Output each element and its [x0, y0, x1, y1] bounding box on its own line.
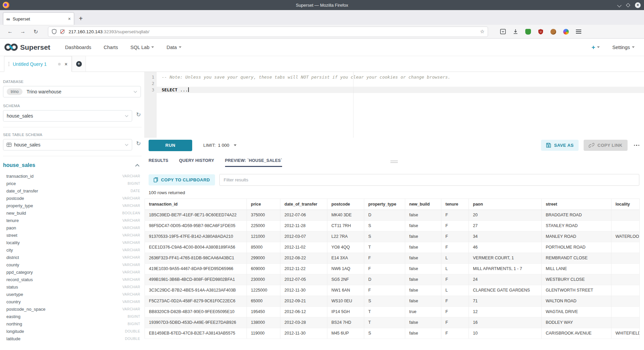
column-name: paon	[6, 225, 16, 230]
close-icon[interactable]: ×	[635, 2, 641, 8]
unsaved-indicator-icon	[58, 63, 61, 65]
schema-column-row[interactable]: tenureVARCHAR	[6, 217, 141, 224]
table-cell: false	[405, 210, 441, 220]
tab-close-icon[interactable]: ×	[68, 16, 71, 21]
copy-to-clipboard-button[interactable]: COPY TO CLIPBOARD	[149, 174, 215, 185]
results-table: transaction_idpricedate_of_transferpostc…	[145, 199, 640, 339]
table-cell: 419E1030-9A55-4467-8DA9-9FED95D65966	[145, 264, 247, 274]
schema-column-row[interactable]: date_of_transferDATE	[6, 187, 141, 194]
column-header[interactable]: tenure	[441, 199, 469, 210]
column-header[interactable]: transaction_id	[145, 199, 247, 210]
schema-column-row[interactable]: usertypeVARCHAR	[6, 291, 141, 298]
save-as-button[interactable]: SAVE AS	[541, 140, 579, 151]
drag-handle-icon[interactable]	[8, 62, 9, 66]
schema-column-row[interactable]: countryVARCHAR	[6, 298, 141, 305]
add-query-tab-button[interactable]: +	[72, 56, 86, 72]
nav-item-sql-lab[interactable]: SQL Lab	[130, 45, 154, 50]
schema-select[interactable]: house_sales	[3, 110, 132, 122]
column-name: postcode	[6, 196, 24, 201]
table-title[interactable]: house_sales	[3, 162, 35, 168]
new-tab-button[interactable]: +	[79, 12, 83, 25]
schema-column-row[interactable]: new_buildBOOLEAN	[6, 209, 141, 217]
downloads-icon[interactable]	[513, 29, 518, 34]
table-cell: CARISBROOK AVENUE	[542, 328, 611, 339]
settings-menu[interactable]: Settings	[612, 45, 635, 50]
schema-column-row[interactable]: localityVARCHAR	[6, 239, 141, 246]
column-header[interactable]: street	[542, 199, 611, 210]
column-header[interactable]: postcode	[327, 199, 364, 210]
filter-results-input[interactable]	[219, 174, 639, 186]
column-header[interactable]: locality	[611, 199, 640, 210]
browser-tab[interactable]: ∞ Superset ×	[3, 12, 74, 25]
nav-item-charts[interactable]: Charts	[104, 45, 118, 50]
window-titlebar[interactable]: Superset — Mozilla Firefox ×	[0, 0, 644, 10]
collapse-table-icon[interactable]	[135, 164, 140, 168]
tab-results[interactable]: RESULTS	[149, 158, 168, 167]
schema-column-row[interactable]: countyVARCHAR	[6, 261, 141, 268]
schema-column-row[interactable]: latitudeDOUBLE	[6, 335, 141, 342]
schema-column-row[interactable]: longitudeDOUBLE	[6, 327, 141, 335]
menu-icon[interactable]	[576, 30, 581, 34]
database-type-badge: trino	[7, 88, 22, 95]
refresh-schema-icon[interactable]: ↻	[136, 111, 141, 118]
minimize-icon[interactable]	[618, 3, 621, 7]
schema-column-row[interactable]: paonVARCHAR	[6, 224, 141, 231]
column-header[interactable]: date_of_transfer	[280, 199, 327, 210]
schema-column-row[interactable]: eastingBIGINT	[6, 313, 141, 320]
column-header[interactable]: paon	[469, 199, 542, 210]
forward-icon[interactable]: →	[20, 29, 25, 35]
save-to-pocket-icon[interactable]	[500, 29, 506, 34]
privacy-badger-icon[interactable]	[525, 29, 531, 35]
limit-dropdown[interactable]: LIMIT: 1 000	[203, 143, 236, 148]
tab-query-history[interactable]: QUERY HISTORY	[179, 158, 214, 167]
address-bar[interactable]: 217.160.120.143:32393/superset/sqllab/ ☆	[48, 27, 488, 37]
query-tab[interactable]: Untitled Query 1 ×	[4, 56, 72, 72]
browser-tab-title: Superset	[13, 16, 68, 21]
table-cell: D	[364, 274, 405, 285]
schema-column-row[interactable]: postcode_no_spaceVARCHAR	[6, 305, 141, 313]
resize-grip-icon[interactable]	[390, 160, 398, 163]
column-header[interactable]: property_type	[364, 199, 405, 210]
nav-item-data[interactable]: Data	[166, 45, 181, 50]
table-cell: BRADGATE ROAD	[542, 210, 611, 220]
ublock-origin-icon[interactable]: U	[538, 29, 543, 35]
schema-column-row[interactable]: streetVARCHAR	[6, 231, 141, 239]
schema-column-row[interactable]: statusVARCHAR	[6, 283, 141, 291]
database-select[interactable]: trino Trino warehouse	[3, 86, 141, 97]
schema-column-row[interactable]: property_typeVARCHAR	[6, 202, 141, 209]
nav-item-dashboards[interactable]: Dashboards	[65, 45, 91, 50]
back-icon[interactable]: ←	[7, 29, 13, 35]
column-header[interactable]: price	[247, 199, 280, 210]
cookie-extension-icon[interactable]	[550, 29, 556, 35]
table-cell: IP14 5GH	[327, 307, 364, 317]
more-options-icon[interactable]	[634, 145, 640, 146]
colorful-extension-icon[interactable]	[563, 29, 569, 35]
tab-preview-house-sales[interactable]: PREVIEW: `HOUSE_SALES`	[225, 158, 282, 167]
table-cell: 2012-08-22	[280, 253, 327, 263]
schema-column-row[interactable]: ppd_categoryVARCHAR	[6, 268, 141, 276]
bookmark-star-icon[interactable]: ☆	[480, 29, 484, 35]
table-cell: MANLEY ROAD	[542, 231, 611, 242]
schema-column-row[interactable]: transaction_idVARCHAR	[6, 172, 141, 180]
table-cell: false	[405, 317, 441, 328]
copy-link-button[interactable]: COPY LINK	[584, 140, 627, 151]
run-button[interactable]: RUN	[149, 140, 192, 151]
superset-brand[interactable]: Superset	[4, 43, 50, 52]
reload-icon[interactable]: ↻	[34, 29, 38, 35]
table-cell	[611, 221, 640, 231]
schema-column-row[interactable]: priceBIGINT	[6, 180, 141, 187]
refresh-table-icon[interactable]: ↻	[136, 140, 141, 147]
schema-column-row[interactable]: northingBIGINT	[6, 320, 141, 327]
schema-column-row[interactable]: districtVARCHAR	[6, 254, 141, 261]
table-schema-select[interactable]: house_sales	[3, 139, 132, 150]
column-name: tenure	[6, 218, 19, 223]
schema-column-row[interactable]: cityVARCHAR	[6, 246, 141, 254]
results-pane: RESULTS QUERY HISTORY PREVIEW: `HOUSE_SA…	[144, 158, 644, 350]
query-tab-close-icon[interactable]: ×	[65, 61, 67, 67]
new-item-button[interactable]: +	[591, 44, 599, 51]
schema-column-row[interactable]: postcodeVARCHAR	[6, 194, 141, 202]
maximize-icon[interactable]	[626, 3, 630, 7]
schema-column-row[interactable]: record_statusVARCHAR	[6, 276, 141, 283]
column-header[interactable]: new_build	[405, 199, 441, 210]
sql-editor[interactable]: 1 2 3 -- Note: Unless you save your quer…	[144, 72, 644, 138]
